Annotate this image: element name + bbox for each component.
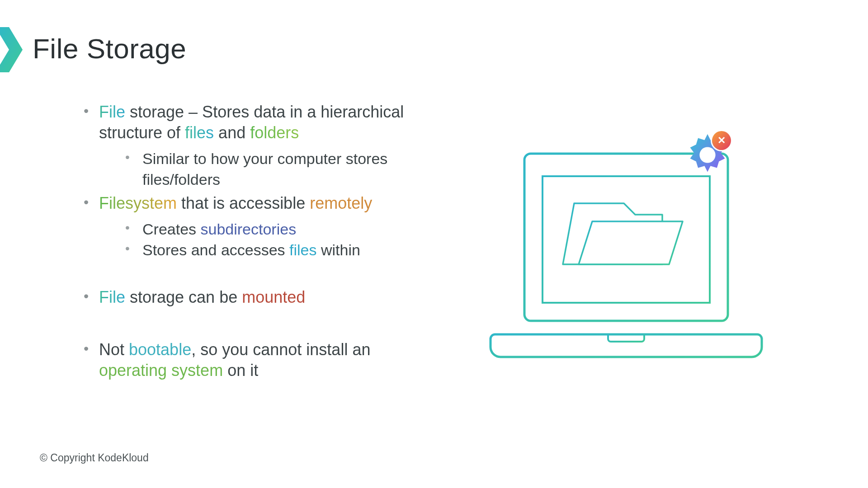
bullet-1: File storage – Stores data in a hierarch… bbox=[79, 102, 432, 190]
bullet-content: File storage – Stores data in a hierarch… bbox=[79, 102, 432, 381]
chevron-icon bbox=[0, 27, 27, 72]
hl-folders: folders bbox=[250, 123, 299, 142]
hl-files-2: files bbox=[289, 241, 316, 258]
bullet-2-sub-2: Stores and accesses files within bbox=[121, 240, 432, 261]
close-icon: ✕ bbox=[712, 131, 731, 150]
hl-os: operating system bbox=[99, 361, 223, 380]
page-title: File Storage bbox=[33, 33, 186, 65]
hl-mounted: mounted bbox=[242, 288, 305, 306]
hl-subdirectories: subdirectories bbox=[201, 221, 297, 238]
bullet-3: File storage can be mounted bbox=[79, 287, 432, 308]
slide: File Storage File storage – Stores data … bbox=[0, 0, 868, 488]
bullet-1-sub-1: Similar to how your computer stores file… bbox=[121, 149, 432, 190]
hl-remotely: remotely bbox=[310, 194, 372, 212]
hl-files: files bbox=[185, 123, 214, 142]
hl-file: File bbox=[99, 103, 125, 121]
svg-marker-0 bbox=[0, 27, 23, 72]
hl-filesystem: Filesystem bbox=[99, 194, 177, 212]
copyright-text: © Copyright KodeKloud bbox=[40, 452, 149, 464]
svg-point-3 bbox=[699, 147, 715, 163]
hl-bootable: bootable bbox=[129, 340, 191, 359]
hl-file-2: File bbox=[99, 288, 125, 306]
bullet-2: Filesystem that is accessible remotely C… bbox=[79, 193, 432, 261]
bullet-4: Not bootable, so you cannot install an o… bbox=[79, 339, 432, 381]
bullet-2-sub-1: Creates subdirectories bbox=[121, 219, 432, 240]
